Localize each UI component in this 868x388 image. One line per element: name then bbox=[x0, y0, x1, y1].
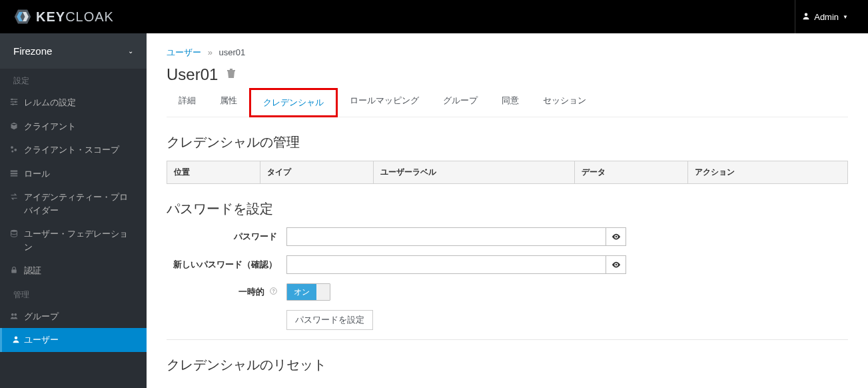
sidebar-item-client-scopes[interactable]: クライアント・スコープ bbox=[0, 138, 147, 162]
svg-point-10 bbox=[11, 146, 13, 149]
svg-point-11 bbox=[14, 149, 17, 151]
credentials-table: 位置 タイプ ユーザーラベル データ アクション bbox=[167, 161, 848, 184]
tab-role-mapping[interactable]: ロールマッピング bbox=[338, 88, 431, 117]
toggle-off-area bbox=[316, 284, 330, 300]
manage-credentials-title: クレデンシャルの管理 bbox=[167, 133, 848, 151]
sliders-icon bbox=[9, 97, 19, 109]
brand-logo[interactable]: KEYCLOAK bbox=[13, 7, 114, 26]
section-header-manage: 管理 bbox=[0, 283, 147, 305]
confirm-password-label: 新しいパスワード（確認） bbox=[167, 259, 286, 271]
svg-point-22 bbox=[615, 264, 617, 266]
delete-user-button[interactable] bbox=[226, 68, 236, 82]
svg-point-7 bbox=[11, 99, 13, 101]
nav-label: アイデンティティー・プロバイダー bbox=[24, 191, 133, 217]
tab-attributes[interactable]: 属性 bbox=[208, 88, 249, 117]
sidebar-item-user-federation[interactable]: ユーザー・フェデレーション bbox=[0, 222, 147, 259]
col-type: タイプ bbox=[260, 161, 374, 184]
page-title-text: User01 bbox=[167, 65, 218, 84]
temporary-toggle[interactable]: オン bbox=[286, 283, 330, 301]
exchange-icon bbox=[9, 192, 19, 204]
confirm-password-input[interactable] bbox=[286, 255, 606, 274]
reset-credentials-title: クレデンシャルのリセット bbox=[167, 356, 848, 374]
chevron-down-icon: ▼ bbox=[843, 14, 848, 20]
user-menu[interactable]: Admin ▼ bbox=[795, 0, 855, 33]
submit-row: パスワードを設定 bbox=[167, 310, 848, 330]
svg-rect-15 bbox=[11, 175, 18, 177]
tab-credentials[interactable]: クレデンシャル bbox=[249, 88, 338, 117]
svg-point-8 bbox=[15, 101, 17, 103]
svg-point-9 bbox=[12, 103, 14, 105]
tab-consent[interactable]: 同意 bbox=[490, 88, 531, 117]
svg-text:?: ? bbox=[272, 289, 274, 293]
user-icon bbox=[802, 12, 810, 22]
col-actions: アクション bbox=[688, 161, 848, 184]
svg-point-12 bbox=[11, 151, 13, 153]
set-password-title: パスワードを設定 bbox=[167, 200, 848, 218]
sidebar-item-clients[interactable]: クライアント bbox=[0, 115, 147, 139]
chevron-down-icon: ⌄ bbox=[128, 47, 133, 55]
tab-groups[interactable]: グループ bbox=[431, 88, 490, 117]
list-icon bbox=[9, 169, 19, 181]
toggle-confirm-visibility[interactable] bbox=[606, 255, 626, 274]
user-label: Admin bbox=[814, 12, 839, 22]
breadcrumb-root[interactable]: ユーザー bbox=[167, 47, 201, 57]
nav-label: 認証 bbox=[24, 264, 41, 277]
nav-label: グループ bbox=[24, 310, 59, 323]
svg-point-18 bbox=[11, 313, 14, 315]
nav-label: ロール bbox=[24, 167, 50, 181]
help-icon[interactable]: ? bbox=[270, 288, 277, 296]
scopes-icon bbox=[9, 145, 19, 157]
section-header-config: 設定 bbox=[0, 69, 147, 91]
svg-rect-13 bbox=[11, 170, 18, 171]
col-position: 位置 bbox=[167, 161, 260, 184]
password-row: パスワード bbox=[167, 227, 848, 246]
nav-label: ユーザー bbox=[24, 333, 59, 347]
nav-label: クライアント bbox=[24, 120, 76, 133]
sidebar-item-authentication[interactable]: 認証 bbox=[0, 259, 147, 283]
svg-rect-5 bbox=[11, 101, 18, 102]
topbar: KEYCLOAK Admin ▼ bbox=[0, 0, 868, 33]
temporary-label: 一時的 ? bbox=[167, 286, 286, 298]
password-input[interactable] bbox=[286, 227, 606, 246]
nav-label: クライアント・スコープ bbox=[24, 143, 119, 157]
confirm-password-row: 新しいパスワード（確認） bbox=[167, 255, 848, 274]
tab-details[interactable]: 詳細 bbox=[167, 88, 208, 117]
sidebar-item-realm-settings[interactable]: レルムの設定 bbox=[0, 91, 147, 115]
group-icon bbox=[9, 311, 19, 323]
set-password-button[interactable]: パスワードを設定 bbox=[286, 310, 373, 330]
col-data: データ bbox=[575, 161, 688, 184]
brand-text: KEYCLOAK bbox=[36, 9, 114, 25]
svg-rect-14 bbox=[11, 173, 18, 174]
realm-selector[interactable]: Firezone ⌄ bbox=[0, 33, 147, 69]
tab-sessions[interactable]: セッション bbox=[531, 88, 598, 117]
sidebar-item-groups[interactable]: グループ bbox=[0, 305, 147, 329]
realm-name: Firezone bbox=[13, 45, 52, 57]
svg-rect-17 bbox=[11, 269, 17, 273]
toggle-on-label: オン bbox=[287, 284, 316, 300]
nav-label: レルムの設定 bbox=[24, 96, 76, 109]
cube-icon bbox=[9, 121, 19, 133]
svg-point-3 bbox=[805, 13, 808, 16]
sidebar: Firezone ⌄ 設定 レルムの設定 クライアント クライアント・スコープ … bbox=[0, 33, 147, 388]
keycloak-icon bbox=[13, 7, 32, 26]
svg-point-16 bbox=[11, 230, 17, 232]
main-content: ユーザー » user01 User01 詳細 属性 クレデンシャル ロールマッ… bbox=[147, 33, 868, 388]
nav-label: ユーザー・フェデレーション bbox=[24, 227, 133, 253]
temporary-row: 一時的 ? オン bbox=[167, 283, 848, 301]
breadcrumb-separator: » bbox=[208, 47, 213, 57]
tabs: 詳細 属性 クレデンシャル ロールマッピング グループ 同意 セッション bbox=[167, 88, 848, 117]
page-title: User01 bbox=[167, 65, 848, 84]
sidebar-item-users[interactable]: ユーザー bbox=[0, 328, 147, 352]
divider bbox=[167, 339, 848, 340]
password-label: パスワード bbox=[167, 231, 286, 243]
eye-icon bbox=[612, 232, 621, 241]
sidebar-item-identity-providers[interactable]: アイデンティティー・プロバイダー bbox=[0, 185, 147, 222]
svg-point-20 bbox=[15, 337, 18, 340]
eye-icon bbox=[612, 260, 621, 269]
col-user-label: ユーザーラベル bbox=[374, 161, 575, 184]
toggle-password-visibility[interactable] bbox=[606, 227, 626, 246]
sidebar-item-roles[interactable]: ロール bbox=[0, 162, 147, 186]
svg-point-19 bbox=[14, 313, 17, 315]
lock-icon bbox=[9, 265, 19, 277]
database-icon bbox=[9, 229, 19, 241]
